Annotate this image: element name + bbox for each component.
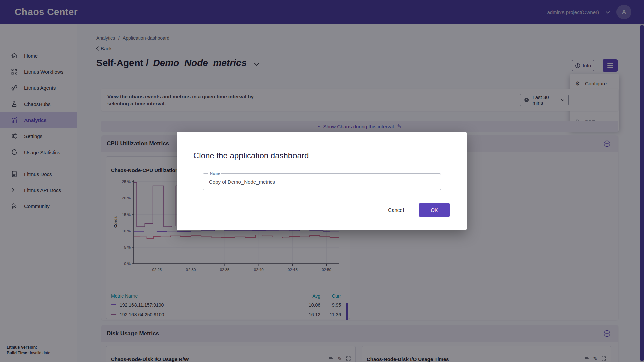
ok-button[interactable]: OK <box>419 203 450 217</box>
cancel-button[interactable]: Cancel <box>388 207 404 213</box>
clone-dashboard-modal: Clone the application dashboard Name Can… <box>177 132 467 230</box>
modal-title: Clone the application dashboard <box>193 151 309 160</box>
name-input[interactable] <box>209 174 430 190</box>
name-field: Name <box>203 173 441 190</box>
